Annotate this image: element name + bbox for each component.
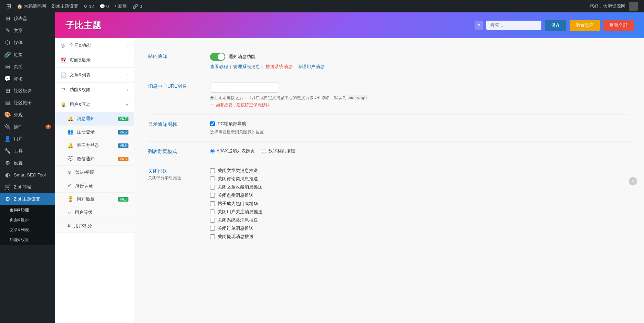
close-collect-checkbox[interactable] xyxy=(210,185,215,190)
site-name[interactable]: 🏠 大鹏源码网 xyxy=(14,0,49,12)
left-nav-global-func[interactable]: ◎ 全局&功能 › xyxy=(55,38,134,53)
settings-row-close-push: 关闭推送 关闭部分消息推送 关闭文章类消息推送 关闭评论类消息推送 xyxy=(148,161,630,248)
sidebar-item-links[interactable]: 🔗 链接 xyxy=(0,49,55,61)
grid-icon-button[interactable]: ≡ xyxy=(475,21,483,30)
left-nav-func-perms[interactable]: 🛡 功能&权限 › xyxy=(55,83,134,97)
sidebar-item-pages[interactable]: ▤ 页面 xyxy=(0,61,55,73)
left-nav-user-medal[interactable]: 🏆 用户徽章 V6.7 xyxy=(55,193,134,206)
version-badge-third-login: V6.8 xyxy=(118,143,128,148)
version-badge-user-medal: V6.7 xyxy=(118,197,128,202)
close-collect-label[interactable]: 关闭文章收藏消息推送 xyxy=(218,184,262,190)
msg-url-content: 开启固定链接之后，可以在此自定义消息中心的链接后缀URL别名，默认为 messa… xyxy=(210,83,630,108)
sidebar-item-tools[interactable]: 🔧 工具 xyxy=(0,145,55,157)
close-follow-checkbox[interactable] xyxy=(210,209,215,214)
link-manage-system-msg[interactable]: 管理系统消息 xyxy=(233,64,260,70)
new-post-link[interactable]: + 新建 xyxy=(112,0,130,12)
digital-radio-input[interactable] xyxy=(262,149,266,153)
reset-all-button[interactable]: 重置全部 xyxy=(603,20,634,31)
radio-digital[interactable]: 数字翻页按钮 xyxy=(262,148,295,154)
left-nav-user-interact[interactable]: 🔒 用户&互动 ∨ xyxy=(55,97,134,112)
reset-selection-button[interactable]: 重置选区 xyxy=(570,20,600,31)
close-comment-row: 关闭评论类消息推送 xyxy=(210,176,630,182)
sidebar-sub-func-perms[interactable]: 功能&权限 xyxy=(0,235,55,245)
digital-label[interactable]: 数字翻页按钮 xyxy=(268,148,295,154)
sidebar-item-zibl-settings[interactable]: ⚙ ZibII主题设置 xyxy=(0,193,55,205)
msg-notify-icon: 🔔 xyxy=(67,116,73,121)
help-icon-button[interactable]: ? xyxy=(629,177,637,185)
close-remind-row: 关闭提现消息推送 xyxy=(210,234,630,240)
pagination-content: AJAX追加列表翻页 数字翻页按钮 xyxy=(210,148,630,154)
show-icon-hint: 选择需要显示消息图标的位置 xyxy=(210,129,630,135)
pages-icon: ▤ xyxy=(4,63,11,70)
pc-nav-label[interactable]: PC端顶部导航 xyxy=(218,121,246,127)
sidebar-item-plugins[interactable]: 🔌 插件 6 xyxy=(0,121,55,133)
close-push-content: 关闭文章类消息推送 关闭评论类消息推送 关闭文章收藏消息推送 xyxy=(210,168,630,242)
close-system-label[interactable]: 关闭系统类消息推送 xyxy=(218,217,258,223)
show-icon-checkbox-row: PC端顶部导航 xyxy=(210,121,630,127)
close-like-label[interactable]: 关闭点赞消息推送 xyxy=(218,192,253,198)
close-order-checkbox[interactable] xyxy=(210,226,215,231)
theme-header: 子比主题 ≡ 保存 重置选区 重置全部 xyxy=(55,12,644,38)
left-nav-user-points[interactable]: ₽ 用户积分 xyxy=(55,219,134,233)
close-remind-label[interactable]: 关闭提现消息推送 xyxy=(218,234,253,240)
close-post-label[interactable]: 关闭文章类消息推送 xyxy=(218,168,258,174)
sidebar-item-appearance[interactable]: 🎨 外观 xyxy=(0,109,55,121)
sidebar-item-community-blocks[interactable]: ⊞ 社区板块 xyxy=(0,85,55,97)
wp-logo[interactable]: ⊞ xyxy=(3,0,14,12)
sidebar-item-zibl-shop[interactable]: 🛒 ZibII商城 xyxy=(0,181,55,193)
pc-nav-checkbox[interactable] xyxy=(210,121,215,126)
global-func-icon: ◎ xyxy=(61,43,67,48)
sidebar-item-posts[interactable]: ✎ 文章 xyxy=(0,24,55,36)
close-hot-checkbox[interactable] xyxy=(210,201,215,206)
close-comment-checkbox[interactable] xyxy=(210,176,215,181)
close-post-checkbox[interactable] xyxy=(210,168,215,173)
left-nav-third-login[interactable]: 🔔 第三方登录 V6.8 xyxy=(55,139,134,152)
sidebar-sub-pages-display[interactable]: 页面&显示 xyxy=(0,215,55,225)
ajax-radio-input[interactable] xyxy=(210,149,215,153)
sidebar-item-users[interactable]: 👤 用户 xyxy=(0,133,55,145)
sidebar-item-settings[interactable]: ⚙ 设置 xyxy=(0,157,55,169)
link-push-system-msg[interactable]: 推送系统消息 xyxy=(266,64,292,70)
sidebar-item-media[interactable]: ⬡ 媒体 xyxy=(0,36,55,49)
sidebar-sub-posts-list[interactable]: 文章&列表 xyxy=(0,225,55,235)
save-button[interactable]: 保存 xyxy=(545,20,566,31)
left-nav-pages-display[interactable]: 📅 页面&显示 › xyxy=(55,53,134,68)
toggle-switch-notify: 通知消息功能 xyxy=(210,53,256,61)
close-system-checkbox[interactable] xyxy=(210,218,215,223)
left-nav-user-level[interactable]: ▽ 用户等级 xyxy=(55,206,134,219)
left-nav-ban-report[interactable]: ⊘ 禁封/举报 xyxy=(55,166,134,179)
sidebar-item-dashboard[interactable]: ⊞ 仪表盘 xyxy=(0,12,55,24)
left-nav-posts-list[interactable]: 📄 文章&列表 › xyxy=(55,68,134,83)
links-link[interactable]: 🔗 0 xyxy=(130,0,145,12)
left-nav-msg-notify[interactable]: 🔔 消息通知 V6.7 xyxy=(55,112,134,126)
close-hot-label[interactable]: 帖子成为热门或精华 xyxy=(218,201,258,207)
search-input[interactable] xyxy=(486,21,541,30)
notify-toggle[interactable] xyxy=(210,53,225,61)
left-nav-reg-login[interactable]: 👥 注册登录 V6.8 xyxy=(55,126,134,139)
theme-settings-link[interactable]: ZibII主题设置 xyxy=(49,0,81,12)
comments-link[interactable]: 💬 0 xyxy=(97,0,112,12)
sidebar-sub-global-func[interactable]: 全局&功能 xyxy=(0,205,55,215)
msg-url-input[interactable] xyxy=(210,83,279,93)
posts-list-icon: 📄 xyxy=(61,72,67,78)
sidebar-item-smart-seo[interactable]: ◐ Smart SEO Tool xyxy=(0,169,55,181)
greeting[interactable]: 您好，大鹏资源网 xyxy=(587,2,641,11)
close-like-checkbox[interactable] xyxy=(210,193,215,198)
link-manage-user-msg[interactable]: 管理用户消息 xyxy=(298,64,324,70)
updates-link[interactable]: ↻ 12 xyxy=(81,0,96,12)
sidebar-item-community-posts[interactable]: ▤ 社区帖子 xyxy=(0,97,55,109)
left-nav-wechat-notify[interactable]: 💬 微信通知 V6.5 xyxy=(55,152,134,166)
close-order-label[interactable]: 关闭订单消息推送 xyxy=(218,225,253,232)
close-remind-checkbox[interactable] xyxy=(210,234,215,239)
ajax-label[interactable]: AJAX追加列表翻页 xyxy=(217,148,255,154)
close-hot-row: 帖子成为热门或精华 xyxy=(210,201,630,207)
updates-icon: ↻ xyxy=(84,4,87,9)
close-follow-label[interactable]: 关闭用户关注消息推送 xyxy=(218,209,262,215)
link-tutorial[interactable]: 查看教程 xyxy=(210,64,228,70)
close-comment-label[interactable]: 关闭评论类消息推送 xyxy=(218,176,258,182)
left-nav-identity[interactable]: ✔ 身份认证 xyxy=(55,179,134,193)
radio-ajax[interactable]: AJAX追加列表翻页 xyxy=(210,148,255,154)
sidebar-item-comments[interactable]: 💬 评论 xyxy=(0,73,55,85)
community-blocks-icon: ⊞ xyxy=(4,87,11,94)
sidebar-sub-menu: 全局&功能 页面&显示 文章&列表 功能&权限 xyxy=(0,205,55,245)
